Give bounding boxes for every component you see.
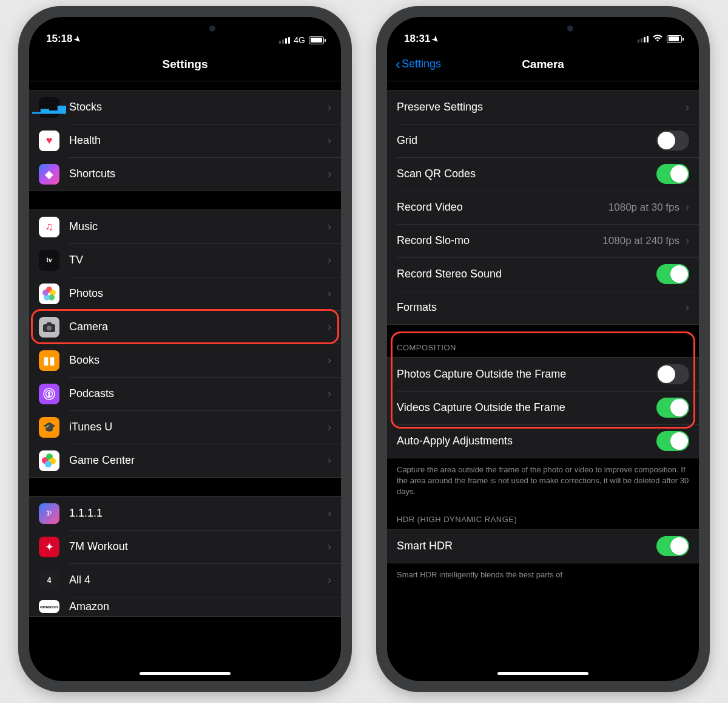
chevron-icon: › [686,301,689,314]
location-icon: ➤ [73,33,84,44]
phone-right: 18:31 ➤ ‹ Settings Camera [376,6,710,692]
row-photos-outside-frame[interactable]: Photos Capture Outside the Frame [387,358,699,391]
row-formats[interactable]: Formats › [387,291,699,324]
row-detail: 1080p at 240 fps [602,235,679,247]
row-detail: 1080p at 30 fps [608,202,679,214]
row-itunesu[interactable]: 🎓 iTunes U › [29,410,341,444]
toggle-videos-outside[interactable] [656,398,689,418]
toggle-scan-qr[interactable] [656,164,689,184]
row-videos-outside-frame[interactable]: Videos Capture Outside the Frame [387,391,699,424]
row-camera[interactable]: Camera › [29,310,341,344]
camera-icon [39,317,59,338]
row-label: All 4 [69,574,328,586]
wifi-icon [652,33,663,45]
row-scan-qr[interactable]: Scan QR Codes [387,157,699,191]
row-stocks[interactable]: ▁▃▂▅ Stocks › [29,90,341,124]
row-label: Health [69,134,328,147]
row-amazon[interactable]: amazon Amazon [29,597,341,616]
row-label: Record Slo-mo [397,234,602,247]
row-label: Auto-Apply Adjustments [397,435,656,447]
battery-icon [667,35,682,43]
chevron-icon: › [328,454,331,467]
notch [479,17,607,38]
battery-icon [309,36,324,44]
row-record-slomo[interactable]: Record Slo-mo 1080p at 240 fps › [387,224,699,257]
row-shortcuts[interactable]: ◆ Shortcuts › [29,157,341,191]
row-label: Photos Capture Outside the Frame [397,368,656,381]
row-smart-hdr[interactable]: Smart HDR [387,529,699,563]
row-label: Scan QR Codes [397,168,656,180]
section-header-composition: COMPOSITION [387,325,699,357]
notch [121,17,249,38]
location-icon: ➤ [431,33,442,44]
row-label: 7M Workout [69,540,328,553]
stocks-icon: ▁▃▂▅ [39,97,59,118]
signal-icon [638,36,649,42]
settings-list[interactable]: ▁▃▂▅ Stocks › ♥ Health › ◆ Shortcuts › [29,81,341,681]
section-footer-composition: Capture the area outside the frame of th… [387,458,699,500]
signal-icon [279,37,290,44]
row-label: Game Center [69,454,328,467]
navbar: Settings [29,47,341,81]
page-title: Settings [29,58,341,71]
row-stereo-sound[interactable]: Record Stereo Sound [387,257,699,291]
row-all4[interactable]: 4 All 4 › [29,563,341,597]
row-music[interactable]: ♫ Music › [29,210,341,243]
row-label: Preserve Settings [397,101,686,114]
svg-rect-6 [49,394,50,398]
chevron-icon: › [686,201,689,214]
itunesu-icon: 🎓 [39,417,59,438]
row-podcasts[interactable]: Podcasts › [29,377,341,410]
row-auto-apply[interactable]: Auto-Apply Adjustments [387,424,699,458]
all4-icon: 4 [39,570,59,591]
row-label: Photos [69,287,328,300]
section-footer-hdr: Smart HDR intelligently blends the best … [387,563,699,583]
row-label: Shortcuts [69,168,328,180]
toggle-photos-outside[interactable] [656,364,689,384]
row-books[interactable]: ▮▮ Books › [29,344,341,377]
chevron-icon: › [328,321,331,333]
chevron-icon: › [328,421,331,433]
svg-rect-2 [47,322,52,325]
camera-settings[interactable]: Preserve Settings › Grid Scan QR Codes R… [387,81,699,681]
photos-icon [39,284,59,304]
screen-left: 15:18 ➤ 4G Settings ▁▃▂▅ Stocks › [29,17,341,681]
section-header-hdr: HDR (HIGH DYNAMIC RANGE) [387,500,699,529]
back-label: Settings [402,58,441,70]
chevron-icon: › [686,101,689,114]
status-time: 18:31 [404,33,430,45]
row-label: Camera [69,321,328,333]
row-1111[interactable]: 1¹ 1.1.1.1 › [29,497,341,530]
row-gamecenter[interactable]: Game Center › [29,444,341,477]
row-health[interactable]: ♥ Health › [29,124,341,157]
row-grid[interactable]: Grid [387,124,699,157]
chevron-left-icon: ‹ [396,56,400,73]
tv-icon: tv [39,250,59,271]
1111-icon: 1¹ [39,503,59,524]
home-indicator[interactable] [497,672,588,675]
toggle-stereo[interactable] [656,264,689,284]
row-label: Formats [397,301,686,314]
status-time: 15:18 [46,33,72,45]
7m-icon: ✦ [39,537,59,557]
toggle-smart-hdr[interactable] [656,536,689,556]
row-photos[interactable]: Photos › [29,277,341,310]
row-label: iTunes U [69,421,328,433]
chevron-icon: › [328,540,331,553]
row-tv[interactable]: tv TV › [29,243,341,277]
chevron-icon: › [328,101,331,114]
row-7mworkout[interactable]: ✦ 7M Workout › [29,530,341,563]
toggle-auto-apply[interactable] [656,431,689,451]
row-label: Podcasts [69,387,328,400]
back-button[interactable]: ‹ Settings [396,56,441,73]
chevron-icon: › [328,168,331,180]
phone-left: 15:18 ➤ 4G Settings ▁▃▂▅ Stocks › [18,6,352,692]
toggle-grid[interactable] [656,131,689,151]
row-label: 1.1.1.1 [69,507,328,520]
row-label: Books [69,354,328,367]
row-label: Videos Capture Outside the Frame [397,401,656,414]
row-record-video[interactable]: Record Video 1080p at 30 fps › [387,191,699,224]
chevron-icon: › [686,234,689,247]
home-indicator[interactable] [140,672,231,675]
row-preserve-settings[interactable]: Preserve Settings › [387,90,699,124]
